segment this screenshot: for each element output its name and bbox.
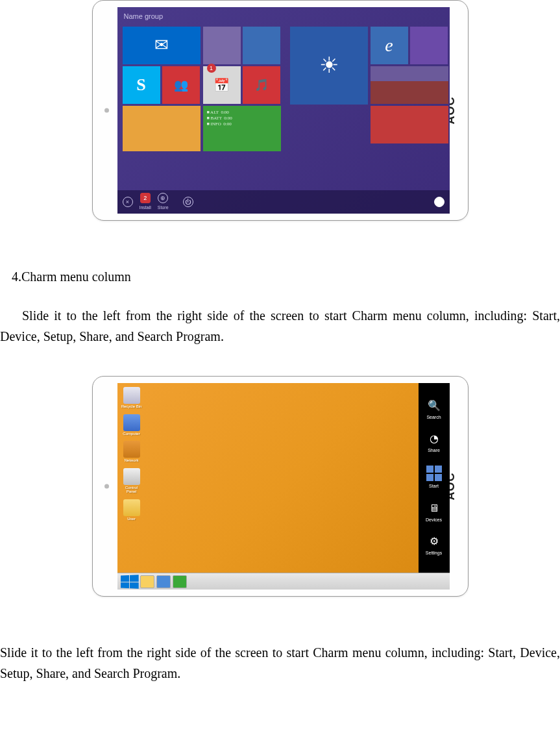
people-icon: 👥 — [174, 76, 188, 95]
desktop-icons-column: Recycle Bin Computer Network Control Pan… — [121, 387, 142, 521]
taskbar-close[interactable]: × — [123, 197, 133, 207]
power-icon: ⏻ — [183, 197, 193, 207]
desktop-icon-recycle[interactable]: Recycle Bin — [121, 387, 142, 409]
mail-icon: ✉ — [154, 32, 169, 59]
finance-text: ■ ALT 0:00 ■ BATT 0:00 ■ INFO 0:00 — [207, 110, 232, 127]
windows-logo-icon — [426, 466, 442, 481]
skype-tile[interactable]: S — [123, 66, 160, 104]
windows-desktop-screen: Recycle Bin Computer Network Control Pan… — [117, 383, 450, 590]
desktop-icon-control[interactable]: Control Panel — [121, 468, 142, 494]
windows-taskbar — [117, 573, 450, 590]
app-tile[interactable] — [243, 27, 280, 64]
network-icon — [123, 441, 140, 458]
desktop-icon-user[interactable]: User — [121, 499, 142, 521]
photo-tile[interactable] — [371, 66, 448, 104]
circle-icon — [434, 197, 444, 207]
music-tile[interactable]: 🎵 — [243, 66, 280, 104]
ie-icon: e — [385, 31, 393, 60]
taskbar-app-ie[interactable] — [156, 575, 171, 588]
tablet-image-start-screen: AOC Name group ✉ S 👥 — [92, 0, 469, 221]
news-tile[interactable] — [371, 106, 448, 143]
share-icon: ◔ — [428, 432, 441, 445]
taskbar-install[interactable]: 2Install — [140, 193, 151, 211]
tiles-area: ✉ S 👥 — [117, 25, 450, 190]
calendar-tile[interactable]: 1 📅 — [203, 66, 241, 104]
user-folder-icon — [123, 499, 140, 516]
charm-settings[interactable]: ⚙ Settings — [419, 535, 450, 556]
taskbar-store[interactable]: ⊕Store — [158, 193, 169, 211]
desktop-tile[interactable] — [123, 106, 201, 151]
desktop-icon-network[interactable]: Network — [121, 441, 142, 463]
paragraph-2: Slide it to the left from the right side… — [0, 642, 560, 684]
start-button[interactable] — [121, 575, 139, 588]
charm-search[interactable]: 🔍 Search — [419, 399, 450, 421]
taskbar-app-store[interactable] — [173, 575, 187, 588]
charm-devices[interactable]: 🖥 Devices — [419, 502, 450, 523]
devices-icon: 🖥 — [428, 502, 441, 515]
weather-tile[interactable]: ☀ — [290, 27, 368, 105]
close-icon: × — [123, 197, 133, 207]
start-group-label: Name group — [117, 7, 450, 25]
start-taskbar: × 2Install ⊕Store ⏻ — [117, 190, 450, 214]
charm-bar: 🔍 Search ◔ Share Start 🖥 Devices — [419, 383, 450, 573]
gear-icon: ⚙ — [428, 535, 441, 548]
section-heading: 4.Charm menu column — [12, 266, 560, 287]
finance-tile[interactable]: ■ ALT 0:00 ■ BATT 0:00 ■ INFO 0:00 — [203, 106, 281, 151]
tablet-camera-dot — [104, 484, 109, 489]
calendar-icon: 📅 — [213, 75, 230, 95]
skype-icon: S — [136, 71, 145, 99]
charm-start[interactable]: Start — [419, 466, 450, 490]
people-tile[interactable]: 👥 — [162, 66, 200, 104]
mail-tile[interactable]: ✉ — [123, 27, 201, 64]
taskbar-right[interactable] — [434, 197, 444, 207]
desktop-area: Recycle Bin Computer Network Control Pan… — [117, 383, 450, 573]
tablet-image-desktop-charms: AOC Recycle Bin Computer Network — [92, 376, 469, 597]
taskbar-power[interactable]: ⏻ — [183, 197, 193, 207]
reading-tile[interactable] — [203, 27, 241, 64]
sun-icon: ☀ — [319, 48, 339, 83]
paragraph-1: Slide it to the left from the right side… — [0, 305, 560, 347]
computer-icon — [123, 414, 140, 431]
taskbar-app-explorer[interactable] — [140, 575, 154, 588]
install-icon: 2 — [140, 193, 151, 203]
store-icon: ⊕ — [158, 193, 168, 203]
store-tile[interactable] — [410, 27, 448, 64]
section-number: 4. — [12, 269, 21, 284]
desktop-icon-computer[interactable]: Computer — [121, 414, 142, 436]
tablet-camera-dot — [104, 108, 109, 113]
windows-start-screen: Name group ✉ S 👥 — [117, 7, 450, 214]
recycle-bin-icon — [123, 387, 140, 404]
control-panel-icon — [123, 468, 140, 485]
charm-share[interactable]: ◔ Share — [419, 432, 450, 454]
search-icon: 🔍 — [428, 399, 441, 412]
music-icon: 🎵 — [254, 76, 269, 95]
calendar-badge: 1 — [207, 64, 216, 73]
ie-tile[interactable]: e — [371, 27, 408, 64]
section-title: Charm menu column — [21, 269, 131, 284]
